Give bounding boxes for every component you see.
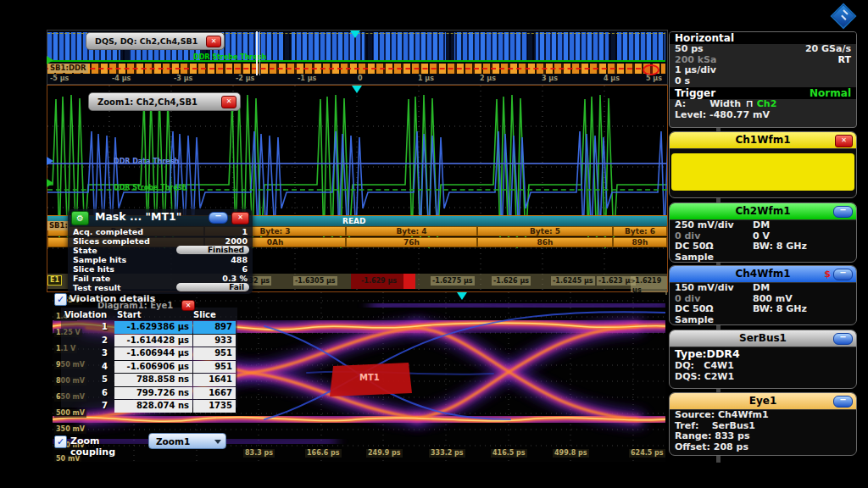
violation-row-start[interactable]: 799.726 ns (114, 387, 192, 400)
ch4wfm1-header[interactable]: Ch4Wfm1 $ − (670, 266, 856, 283)
eye-x-tick: 624.5 ps (629, 449, 665, 458)
ch4wfm1-panel[interactable]: Ch4Wfm1 $ − 150 mV/divDM 0 div800 mV DC … (669, 265, 857, 325)
overview-tick: 2 µs (480, 75, 496, 82)
ch2-level-marker[interactable] (47, 179, 53, 187)
mask-settings-button[interactable]: ⚙ (71, 211, 89, 225)
trigger-header[interactable]: Trigger Normal (670, 87, 856, 99)
ch4-scale: 150 mV/div (675, 283, 753, 294)
serbus1-minimize-icon[interactable]: − (833, 333, 853, 345)
eye-x-tick: 166.6 ps (305, 449, 342, 458)
violation-row-num[interactable]: 4 (53, 361, 114, 374)
violation-row-num[interactable]: 1 (53, 321, 114, 334)
bus-byte5-value[interactable]: 86h (477, 237, 613, 247)
bus-byte4-value[interactable]: 76h (346, 237, 477, 247)
horizontal-title: Horizontal (675, 32, 734, 44)
overview-trigger-marker[interactable] (350, 30, 360, 38)
serbus1-title: SerBus1 (739, 332, 787, 344)
serbus-dqs: DQS: C2W1 (675, 372, 734, 383)
ch1wfm1-panel[interactable]: Ch1Wfm1 ✕ (669, 131, 857, 198)
fail-region-bright (403, 274, 415, 289)
eye1-panel[interactable]: Eye1 − Source: Ch4Wfm1 Tref: SerBus1 Ran… (669, 392, 857, 456)
violation-row-num[interactable]: 7 (53, 400, 114, 413)
eye1-source: Source: Ch4Wfm1 (675, 410, 769, 421)
overview-ch2-marker[interactable] (47, 56, 53, 64)
ch4-coupling: DC 50Ω (675, 304, 753, 315)
ch2-mode: DM (753, 220, 770, 231)
violation-row-start[interactable]: -1.629386 µs (114, 321, 192, 334)
data-thresh-label: DDR Data Thresh (114, 158, 179, 165)
overview-tab[interactable]: DQS, DQ: Ch2,Ch4,SB1 ✕ (86, 32, 225, 50)
mask-minimize-icon[interactable]: − (209, 212, 228, 224)
eye1-minimize-icon[interactable]: − (833, 396, 853, 408)
violation-row-start[interactable]: -1.606906 µs (114, 361, 192, 374)
overview-tick: 4 µs (604, 75, 620, 82)
eye1-header[interactable]: Eye1 − (670, 393, 856, 410)
mask-row-label: Fail rate (73, 274, 110, 283)
ch1wfm1-close-icon[interactable]: ✕ (835, 135, 853, 147)
bus-byte6-value[interactable]: 89h (613, 237, 667, 247)
ch4-level-marker[interactable] (47, 157, 53, 165)
violation-row-num[interactable]: 5 (53, 374, 114, 386)
eye-mask-label: MT1 (359, 373, 380, 382)
violation-row-start[interactable]: 828.074 ns (114, 400, 192, 413)
ch2-scale: 250 mV/div (675, 220, 753, 231)
mask-row-label: Slice hits (73, 264, 114, 274)
violation-row-slice[interactable]: 933 (193, 335, 236, 347)
overview-tick: -3 µs (174, 75, 192, 82)
ch4-bandwidth: BW: 8 GHz (753, 304, 807, 315)
overview-tick: -4 µs (112, 75, 131, 82)
violation-row-slice[interactable]: 1641 (193, 374, 236, 386)
mask-dialog-header[interactable]: ⚙ Mask ... "MT1" − ✕ (68, 209, 253, 225)
violation-row-num[interactable]: 2 (53, 335, 114, 347)
violation-row-start[interactable]: -1.606944 µs (114, 347, 192, 360)
ch2wfm1-header[interactable]: Ch2Wfm1 − (670, 203, 856, 220)
ch1wfm1-header[interactable]: Ch1Wfm1 ✕ (670, 132, 856, 149)
ch2wfm1-panel[interactable]: Ch2Wfm1 − 250 mV/divDM 0 div0 V DC 50ΩBW… (669, 202, 857, 263)
mask-dialog[interactable]: ⚙ Mask ... "MT1" − ✕ Acq. completed1 Sli… (68, 209, 253, 294)
overview-tick: -5 µs (50, 75, 69, 82)
ch4wfm1-minimize-icon[interactable]: − (833, 269, 853, 280)
serbus1-panel[interactable]: SerBus1 − Type:DDR4 DQ: C4W1 DQS: C2W1 (669, 330, 857, 389)
violation-row-num[interactable]: 3 (53, 347, 114, 360)
violation-row-start[interactable]: 788.858 ns (114, 374, 192, 386)
mask-row-value: 1 (242, 227, 248, 236)
rs-logo-mark (843, 9, 848, 14)
horizontal-sample-rate: 20 GSa/s (805, 44, 851, 55)
bus-byte4-label[interactable]: Byte: 4 (346, 226, 477, 236)
ch1wfm1-minimized-body (671, 153, 854, 191)
horizontal-header[interactable]: Horizontal (670, 32, 856, 44)
zoom1-tab-close-icon[interactable]: ✕ (221, 96, 236, 108)
ch2-acquisition: Sample (675, 252, 714, 263)
bus-sb1-label: SB1: (47, 221, 70, 230)
violation-row-slice[interactable]: 1667 (193, 387, 236, 400)
violation-row-start[interactable]: -1.614428 µs (114, 335, 192, 347)
zoom-coupling-value: Zoom1 (156, 436, 190, 446)
zoom-tick: -1.6245 µs (551, 276, 595, 286)
zoom-trigger-marker[interactable] (352, 86, 362, 93)
bus-byte6-label[interactable]: Byte: 6 (613, 226, 667, 236)
overview-tick: -1 µs (298, 75, 316, 82)
zoom-coupling-dropdown[interactable]: Zoom1 (148, 433, 226, 449)
bus-byte5-label[interactable]: Byte: 5 (477, 226, 613, 236)
violation-row-slice[interactable]: 1735 (193, 400, 236, 413)
serbus1-header[interactable]: SerBus1 − (670, 330, 856, 347)
overview-strobe-thresh-line (47, 60, 665, 62)
violation-row-slice[interactable]: 897 (193, 321, 236, 334)
overview-tab-close-icon[interactable]: ✕ (206, 36, 221, 47)
violation-row-slice[interactable]: 951 (193, 347, 236, 360)
zoom-region-line2[interactable] (259, 31, 260, 75)
ch2wfm1-minimize-icon[interactable]: − (833, 206, 853, 218)
horizontal-mode: RT (838, 55, 851, 66)
eye-trigger-marker[interactable] (457, 292, 467, 300)
mask-close-icon[interactable]: ✕ (231, 212, 249, 225)
zoom1-tab[interactable]: Zoom1: Ch2,Ch4,SB1 ✕ (88, 92, 241, 111)
violation-details-checkbox[interactable]: ✓ (54, 293, 67, 306)
zoom-coupling-checkbox[interactable]: ✓ (54, 435, 67, 448)
violation-row-num[interactable]: 6 (53, 387, 114, 400)
eye-x-tick: 499.8 ps (553, 449, 589, 458)
zoom-tick: -1.6275 µs (431, 276, 475, 286)
e1-marker[interactable]: E1 (47, 275, 62, 286)
trigger-slope-icon: ⊓ (746, 99, 754, 110)
zoom-region-line[interactable] (256, 31, 258, 75)
violation-row-slice[interactable]: 951 (193, 361, 236, 374)
